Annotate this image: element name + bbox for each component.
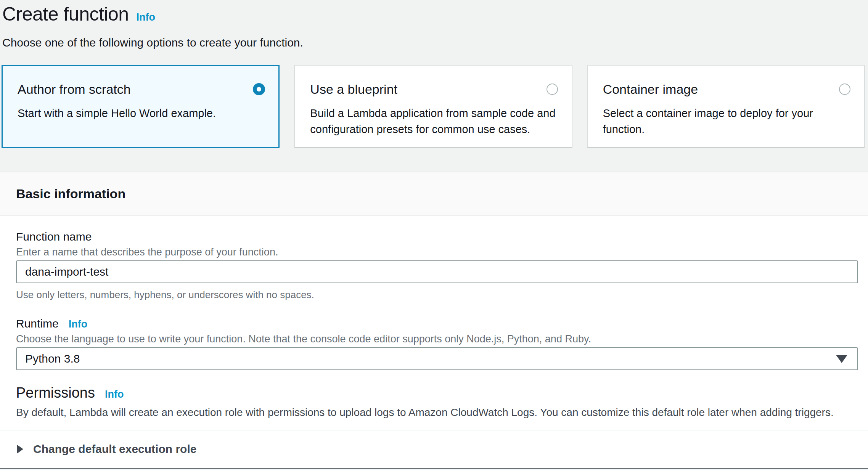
card-title: Use a blueprint (310, 81, 397, 98)
card-title: Container image (603, 81, 698, 98)
radio-button-icon[interactable] (839, 83, 850, 95)
card-title: Author from scratch (18, 81, 131, 98)
radio-button-icon[interactable] (547, 83, 558, 95)
basic-information-form: Function name Enter a name that describe… (0, 216, 868, 419)
permissions-info-link[interactable]: Info (105, 389, 124, 400)
page-title-row: Create function Info (2, 2, 865, 26)
function-name-description: Enter a name that describes the purpose … (16, 246, 858, 258)
create-function-header-section: Create function Info Choose one of the f… (0, 0, 868, 172)
expander-label[interactable]: Change default execution role (33, 443, 196, 456)
create-function-info-link[interactable]: Info (137, 11, 155, 23)
runtime-info-link[interactable]: Info (69, 318, 87, 330)
card-title-row: Author from scratch (18, 81, 265, 98)
function-name-field-group: Function name Enter a name that describe… (16, 230, 858, 301)
runtime-label: Runtime (16, 317, 59, 331)
card-title-row: Use a blueprint (310, 81, 558, 98)
function-name-input[interactable] (16, 260, 858, 283)
card-description: Start with a simple Hello World example. (18, 105, 265, 121)
function-name-label: Function name (16, 230, 858, 244)
runtime-field-group: Runtime Info Choose the language to use … (16, 317, 858, 370)
option-card-use-a-blueprint[interactable]: Use a blueprint Build a Lambda applicati… (294, 65, 572, 148)
creation-option-cards: Author from scratch Start with a simple … (2, 65, 865, 148)
caret-right-icon[interactable] (17, 445, 23, 454)
permissions-description: By default, Lambda will create an execut… (16, 406, 858, 419)
page-subtitle: Choose one of the following options to c… (2, 36, 865, 50)
runtime-select-value: Python 3.8 (25, 352, 80, 365)
card-title-row: Container image (603, 81, 850, 98)
basic-information-heading: Basic information (16, 186, 125, 201)
runtime-description: Choose the language to use to write your… (16, 333, 858, 345)
caret-down-icon (836, 355, 847, 363)
permissions-section: Permissions Info By default, Lambda will… (16, 384, 858, 419)
change-default-execution-role-expander[interactable]: Change default execution role (0, 430, 868, 468)
page-title: Create function (2, 2, 129, 26)
function-name-constraint-text: Use only letters, numbers, hyphens, or u… (16, 289, 858, 301)
permissions-heading: Permissions (16, 384, 95, 401)
permissions-heading-row: Permissions Info (16, 384, 858, 401)
runtime-select[interactable]: Python 3.8 (16, 347, 858, 370)
card-description: Select a container image to deploy for y… (603, 105, 850, 137)
runtime-label-row: Runtime Info (16, 317, 858, 331)
option-card-container-image[interactable]: Container image Select a container image… (587, 65, 865, 148)
card-description: Build a Lambda application from sample c… (310, 105, 558, 137)
bottom-divider (0, 468, 868, 469)
radio-button-selected-icon[interactable] (253, 83, 265, 95)
option-card-author-from-scratch[interactable]: Author from scratch Start with a simple … (2, 65, 280, 148)
basic-information-section-header: Basic information (0, 172, 868, 216)
